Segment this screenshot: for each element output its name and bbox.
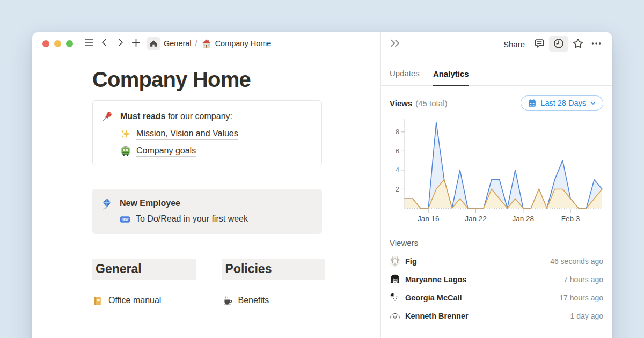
breadcrumb-separator: /: [195, 39, 197, 48]
divider: [92, 284, 196, 284]
house-icon: [201, 39, 211, 49]
list-item: New Employee: [120, 199, 248, 208]
chevron-down-icon: [590, 100, 596, 106]
tab-updates[interactable]: Updates: [390, 69, 420, 85]
updates-history-button[interactable]: [549, 36, 568, 52]
minimize-window-button[interactable]: [54, 40, 61, 47]
viewer-name: Fig: [405, 257, 417, 266]
comments-button[interactable]: [531, 36, 548, 52]
list-item: NEW To Do/Read in your first week: [120, 214, 248, 225]
list-item: Company goals: [120, 146, 238, 157]
list-item: Office manual: [92, 296, 196, 307]
close-window-button[interactable]: [42, 40, 49, 47]
panel-toolbar-actions: Share: [499, 36, 605, 52]
panel-toolbar: Share: [381, 32, 612, 56]
chevron-right-icon: [115, 38, 125, 49]
section-heading: General: [92, 259, 196, 280]
back-button[interactable]: [98, 36, 112, 50]
calendar-icon: [528, 99, 537, 108]
avatar-georgia: [390, 292, 400, 303]
section-heading: Policies: [222, 259, 326, 280]
share-button[interactable]: Share: [499, 38, 530, 51]
tram-icon: [120, 146, 131, 157]
must-reads-callout: Must reads for our company: Mission, Vis…: [92, 100, 322, 165]
views-header: Views (45 total) Last 28 Days: [390, 95, 603, 111]
coffee-icon: [222, 296, 233, 306]
sidebar-toggle-button[interactable]: [82, 36, 96, 50]
viewer-time: 1 day ago: [570, 312, 604, 320]
viewer-row[interactable]: Fig 46 seconds ago: [390, 252, 603, 270]
zoom-window-button[interactable]: [66, 40, 73, 47]
ellipsis-icon: [590, 38, 602, 51]
must-reads-lead-rest: for our company:: [165, 112, 232, 121]
viewer-time: 7 hours ago: [564, 275, 603, 284]
plus-icon: [131, 38, 141, 50]
breadcrumb: General / Company Home: [147, 37, 271, 50]
list-item: Mission, Vision and Values: [120, 129, 238, 140]
viewer-name: Georgia McCall: [405, 293, 462, 302]
forward-button[interactable]: [113, 36, 127, 50]
tab-analytics[interactable]: Analytics: [433, 69, 469, 86]
viewer-row[interactable]: Kenneth Brenner 1 day ago: [390, 307, 603, 325]
avatar-kenneth: [390, 311, 400, 321]
svg-text:Feb 3: Feb 3: [561, 215, 580, 223]
more-options-button[interactable]: [588, 36, 605, 52]
company-goals-link[interactable]: Company goals: [136, 146, 196, 157]
new-badge-icon: NEW: [120, 214, 130, 225]
viewer-time: 17 hours ago: [559, 293, 603, 302]
viewer-name: Kenneth Brenner: [405, 312, 469, 320]
must-reads-body: Must reads for our company: Mission, Vis…: [120, 110, 238, 157]
svg-text:Jan 28: Jan 28: [513, 215, 535, 223]
svg-text:8: 8: [396, 128, 399, 136]
favorite-button[interactable]: [569, 36, 587, 52]
new-employee-callout: New Employee NEW To Do/Read in your firs…: [92, 189, 322, 234]
viewer-row[interactable]: Georgia McCall 17 hours ago: [390, 289, 603, 307]
pushpin-icon: [101, 110, 113, 157]
double-chevron-right-icon: [390, 38, 401, 50]
page-title: Company Home: [92, 67, 380, 93]
hamburger-menu-icon: [84, 37, 94, 50]
viewer-name: Maryanne Lagos: [405, 275, 466, 284]
kite-icon: [101, 197, 113, 225]
analytics-panel: Share Updates Analytics Views (: [380, 32, 612, 338]
breadcrumb-page[interactable]: Company Home: [215, 39, 272, 48]
date-range-label: Last 28 Days: [540, 99, 586, 107]
new-employee-body: New Employee NEW To Do/Read in your firs…: [120, 197, 248, 225]
views-label: Views: [390, 99, 412, 108]
window-controls: [42, 40, 73, 47]
svg-text:6: 6: [396, 148, 399, 155]
chevron-left-icon: [100, 38, 109, 49]
avatar-maryanne: [390, 274, 400, 285]
views-total: (45 total): [415, 99, 447, 108]
svg-text:NEW: NEW: [122, 218, 129, 222]
viewer-row[interactable]: Maryanne Lagos 7 hours ago: [390, 270, 603, 289]
panel-tabs: Updates Analytics: [381, 56, 612, 86]
teamspace-home-icon[interactable]: [147, 37, 160, 50]
list-item: Benefits: [222, 296, 326, 307]
avatar-fig: [390, 256, 400, 267]
office-manual-link[interactable]: Office manual: [108, 296, 161, 307]
must-reads-lead-bold: Must reads: [120, 112, 165, 121]
star-icon: [572, 38, 584, 51]
notebook-icon: [92, 296, 103, 306]
section-columns: General Office manual Policies Benefits: [92, 259, 325, 307]
titlebar: General / Company Home: [32, 32, 380, 55]
viewers-label: Viewers: [390, 238, 603, 247]
mission-vision-values-link[interactable]: Mission, Vision and Values: [136, 129, 238, 140]
viewer-time: 46 seconds ago: [550, 257, 603, 266]
first-week-todo-link[interactable]: To Do/Read in your first week: [136, 214, 248, 225]
benefits-link[interactable]: Benefits: [238, 296, 269, 307]
new-page-button[interactable]: [129, 36, 143, 50]
app-window: General / Company Home Company Home Must…: [32, 32, 612, 338]
svg-text:2: 2: [396, 186, 399, 193]
viewers-section: Viewers Fig 46 seconds ago Maryanne Lago…: [390, 238, 603, 325]
collapse-panel-button[interactable]: [386, 36, 404, 52]
date-range-button[interactable]: Last 28 Days: [521, 95, 603, 111]
divider: [222, 284, 326, 284]
svg-text:Jan 16: Jan 16: [418, 215, 440, 223]
sparkles-icon: [120, 129, 131, 139]
new-employee-link[interactable]: New Employee: [120, 199, 180, 209]
clock-icon: [553, 38, 565, 51]
comment-icon: [533, 38, 545, 51]
breadcrumb-teamspace[interactable]: General: [164, 39, 192, 48]
